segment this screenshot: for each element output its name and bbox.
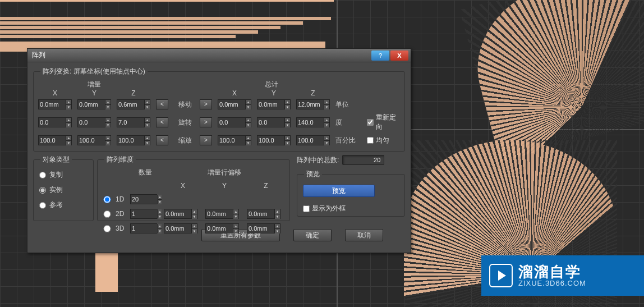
scale-tz-spinner[interactable]: ▲▼ xyxy=(296,135,330,145)
rotate-tz-spinner[interactable]: ▲▼ xyxy=(296,117,330,127)
label-1d: 1D xyxy=(116,195,127,203)
2d-x-spinner[interactable]: ▲▼ xyxy=(164,209,197,219)
2d-z-spinner[interactable]: ▲▼ xyxy=(247,209,280,219)
rotate-left-button[interactable]: < xyxy=(156,117,168,127)
array-dimensions-group: 阵列维度 数量 增量行偏移 X Y Z 1D ▲▼ 2D ▲▼ ▲ xyxy=(97,155,290,221)
array-transform-legend: 阵列变换: 屏幕坐标(使用轴点中心) xyxy=(40,67,148,76)
radio-reference[interactable]: 参考 xyxy=(39,200,88,210)
preview-group: 预览 预览 显示为外框 xyxy=(297,169,405,217)
object-type-group: 对象类型 复制 实例 参考 xyxy=(33,155,94,221)
radio-copy[interactable]: 复制 xyxy=(39,170,88,180)
3d-y-spinner[interactable]: ▲▼ xyxy=(205,223,239,233)
scale-iz-spinner[interactable]: ▲▼ xyxy=(117,135,150,145)
label-3d: 3D xyxy=(116,224,127,232)
axis-y-label-2: Y xyxy=(257,89,291,97)
2d-y-spinner[interactable]: ▲▼ xyxy=(205,209,239,219)
rotate-ty-spinner[interactable]: ▲▼ xyxy=(257,117,291,127)
ok-button[interactable]: 确定 xyxy=(293,229,332,241)
array-transform-group: 阵列变换: 屏幕坐标(使用轴点中心) 增量 总计 X Y Z X Y Z ▲▼ xyxy=(33,67,405,152)
watermark: 溜溜自学 ZIXUE.3D66.COM xyxy=(481,255,644,296)
radio-3d[interactable] xyxy=(102,225,112,232)
count-1d-spinner[interactable]: ▲▼ xyxy=(130,194,157,204)
rotate-ix-spinner[interactable]: ▲▼ xyxy=(38,117,72,127)
reorient-checkbox[interactable]: 重新定向 xyxy=(367,113,400,132)
dim-count-label: 数量 xyxy=(130,168,160,177)
dim-x-label: X xyxy=(164,182,202,190)
small-object xyxy=(95,247,118,292)
axis-z-label-2: Z xyxy=(296,89,330,97)
rotate-iz-spinner[interactable]: ▲▼ xyxy=(117,117,150,127)
uniform-checkbox[interactable]: 均匀 xyxy=(367,136,400,145)
rotate-unit: 度 xyxy=(335,118,364,127)
move-label: 移动 xyxy=(174,100,196,109)
help-button[interactable]: ? xyxy=(371,51,389,61)
close-button[interactable]: X xyxy=(390,51,408,61)
scale-ty-spinner[interactable]: ▲▼ xyxy=(257,135,291,145)
move-left-button[interactable]: < xyxy=(156,99,168,109)
3d-z-spinner[interactable]: ▲▼ xyxy=(247,223,280,233)
total-label: 总计 xyxy=(215,80,328,89)
move-iy[interactable] xyxy=(78,100,105,109)
object-type-legend: 对象类型 xyxy=(40,155,72,164)
play-icon xyxy=(489,264,513,287)
move-right-button[interactable]: > xyxy=(200,99,212,109)
move-tx[interactable] xyxy=(218,100,245,109)
scale-unit: 百分比 xyxy=(335,136,364,145)
spinner-up-icon[interactable]: ▲ xyxy=(66,100,71,105)
scale-label: 缩放 xyxy=(174,136,196,145)
move-tz[interactable] xyxy=(297,100,324,109)
move-iz-spinner[interactable]: ▲▼ xyxy=(117,99,150,109)
move-ix-spinner[interactable]: ▲▼ xyxy=(38,99,72,109)
scale-ix-spinner[interactable]: ▲▼ xyxy=(38,135,72,145)
label-2d: 2D xyxy=(116,210,127,218)
move-tz-spinner[interactable]: ▲▼ xyxy=(296,99,330,109)
dialog-title: 阵列 xyxy=(30,51,370,60)
axis-y-label: Y xyxy=(77,89,111,97)
rotate-label: 旋转 xyxy=(174,118,196,127)
incremental-label: 增量 xyxy=(38,80,150,89)
titlebar[interactable]: 阵列 ? X xyxy=(27,49,411,62)
wireframe-strip xyxy=(0,0,334,2)
move-iy-spinner[interactable]: ▲▼ xyxy=(77,99,111,109)
preview-button[interactable]: 预览 xyxy=(303,185,375,197)
total-count-label: 阵列中的总数: xyxy=(297,155,339,165)
fan-top-viewport xyxy=(459,0,644,162)
rotate-right-button[interactable]: > xyxy=(200,117,212,127)
dim-y-label: Y xyxy=(205,182,243,190)
move-iz[interactable] xyxy=(117,100,144,109)
move-ix[interactable] xyxy=(39,100,66,109)
rotate-tx-spinner[interactable]: ▲▼ xyxy=(218,117,251,127)
watermark-url: ZIXUE.3D66.COM xyxy=(518,279,586,287)
move-ty-spinner[interactable]: ▲▼ xyxy=(257,99,291,109)
scale-iy-spinner[interactable]: ▲▼ xyxy=(77,135,111,145)
radio-1d[interactable] xyxy=(102,196,112,203)
cancel-button[interactable]: 取消 xyxy=(345,229,383,241)
move-ty[interactable] xyxy=(257,100,284,109)
scale-tx-spinner[interactable]: ▲▼ xyxy=(218,135,251,145)
axis-z-label: Z xyxy=(117,89,150,97)
move-unit: 单位 xyxy=(335,100,364,109)
axis-x-label: X xyxy=(38,89,72,97)
axis-x-label-2: X xyxy=(218,89,251,97)
dim-z-label: Z xyxy=(247,182,285,190)
count-3d-spinner[interactable]: ▲▼ xyxy=(130,223,157,233)
total-count-value: 20 xyxy=(342,155,384,165)
spinner-down-icon[interactable]: ▼ xyxy=(66,105,71,109)
array-dim-legend: 阵列维度 xyxy=(104,155,136,164)
array-dialog: 阵列 ? X 阵列变换: 屏幕坐标(使用轴点中心) 增量 总计 X Y Z X … xyxy=(27,48,411,253)
wireframe-checkbox[interactable]: 显示为外框 xyxy=(303,204,346,213)
3d-x-spinner[interactable]: ▲▼ xyxy=(164,223,197,233)
row-offset-label: 增量行偏移 xyxy=(164,168,285,177)
scale-right-button[interactable]: > xyxy=(200,135,212,145)
rotate-iy-spinner[interactable]: ▲▼ xyxy=(77,117,111,127)
watermark-title: 溜溜自学 xyxy=(518,264,586,279)
radio-instance[interactable]: 实例 xyxy=(39,185,88,195)
radio-2d[interactable] xyxy=(102,210,112,218)
preview-legend: 预览 xyxy=(304,169,322,179)
count-2d-spinner[interactable]: ▲▼ xyxy=(130,209,157,219)
scale-left-button[interactable]: < xyxy=(156,135,168,145)
move-tx-spinner[interactable]: ▲▼ xyxy=(218,99,251,109)
